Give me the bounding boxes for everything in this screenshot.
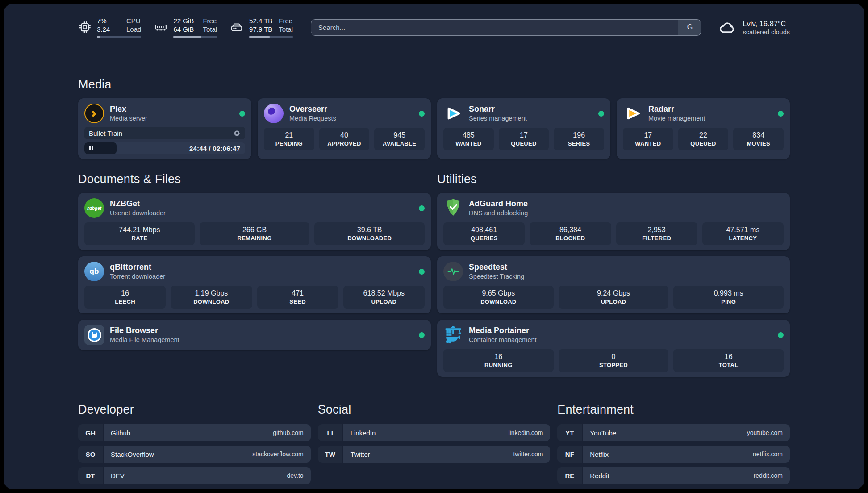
app-name: File Browser bbox=[110, 326, 179, 335]
section-title-entertainment: Entertainment bbox=[557, 403, 790, 417]
app-card-adguard-home[interactable]: AdGuard Home DNS and adblocking 498,461 … bbox=[437, 193, 790, 250]
status-online-dot bbox=[778, 332, 784, 338]
stat-label: LEECH bbox=[115, 298, 135, 305]
app-description: Speedtest Tracking bbox=[469, 273, 524, 280]
stat-tile-leech: 16 LEECH bbox=[84, 286, 166, 309]
bookmark-netflix[interactable]: NF Netflix netflix.com bbox=[557, 446, 790, 463]
bookmark-name: Netflix bbox=[590, 451, 609, 458]
search-input[interactable] bbox=[311, 20, 678, 35]
stat-tile-latency: 47.571 ms LATENCY bbox=[702, 222, 784, 245]
stat-tile-stopped: 0 STOPPED bbox=[559, 349, 669, 372]
app-description: DNS and adblocking bbox=[469, 209, 528, 217]
bookmark-abbr: TW bbox=[318, 446, 342, 463]
stat-value: 21 bbox=[285, 131, 293, 139]
stat-tile-queued: 17 QUEUED bbox=[499, 128, 549, 150]
bookmark-abbr: YT bbox=[557, 424, 582, 441]
stat-value: 9.24 Gbps bbox=[597, 289, 630, 297]
app-card-qbittorrent[interactable]: qb qBittorrent Torrent downloader 16 LEE… bbox=[78, 256, 431, 313]
stat-value: 0.993 ms bbox=[714, 289, 743, 297]
app-description: Series management bbox=[469, 115, 527, 122]
app-description: Movie management bbox=[648, 115, 705, 122]
section-title-utilities: Utilities bbox=[437, 172, 790, 186]
speedtest-icon bbox=[443, 262, 463, 281]
stat-label: RUNNING bbox=[484, 362, 513, 368]
stat-label-line1: Free bbox=[279, 17, 293, 25]
now-playing-bar[interactable]: Bullet Train bbox=[84, 127, 245, 139]
system-stat-disk: 52.4 TB97.9 TB FreeTotal bbox=[230, 17, 293, 38]
stat-value: 945 bbox=[393, 131, 405, 139]
playback-progress-bar[interactable]: 24:44 / 02:06:47 bbox=[84, 142, 245, 154]
bookmark-name: LinkedIn bbox=[351, 429, 376, 437]
stat-label: SEED bbox=[289, 298, 306, 305]
stat-value: 22 bbox=[699, 131, 707, 139]
stat-value-line1: 52.4 TB bbox=[249, 17, 272, 25]
app-description: Torrent downloader bbox=[110, 273, 165, 280]
stat-label: WANTED bbox=[455, 140, 481, 147]
bookmark-name: Twitter bbox=[351, 451, 370, 458]
stat-tile-remaining: 266 GB REMAINING bbox=[200, 222, 310, 245]
app-card-file-browser[interactable]: File Browser Media File Management bbox=[78, 320, 431, 350]
link-group-developer: Developer GH Github github.com SO StackO… bbox=[78, 403, 311, 484]
stat-tile-blocked: 86,384 BLOCKED bbox=[530, 222, 611, 245]
stat-label: QUEUED bbox=[690, 140, 716, 147]
stat-label: APPROVED bbox=[327, 140, 361, 147]
app-card-plex[interactable]: Plex Media server Bullet Train 24:44 / 0… bbox=[78, 98, 251, 159]
stat-tile-queued: 22 QUEUED bbox=[678, 128, 729, 150]
stat-label-line2: Total bbox=[203, 25, 217, 33]
system-stat-cpu: 7%3.24 CPULoad bbox=[78, 17, 141, 38]
bookmark-twitter[interactable]: TW Twitter twitter.com bbox=[318, 446, 551, 463]
ram-icon bbox=[154, 21, 168, 34]
usage-progress-bar bbox=[173, 36, 217, 38]
stat-value: 39.6 TB bbox=[357, 226, 382, 234]
bookmark-reddit[interactable]: RE Reddit reddit.com bbox=[557, 467, 790, 484]
dashboard: 7%3.24 CPULoad 22 GiB64 GiB FreeTotal bbox=[4, 4, 864, 489]
gear-icon[interactable] bbox=[233, 130, 241, 137]
bookmark-name: Reddit bbox=[590, 472, 609, 480]
usage-progress-bar bbox=[97, 36, 141, 38]
pause-icon[interactable] bbox=[89, 144, 95, 152]
stat-tile-upload: 9.24 Gbps UPLOAD bbox=[559, 286, 669, 309]
stat-tile-available: 945 AVAILABLE bbox=[374, 128, 425, 150]
search-bar[interactable]: G bbox=[311, 19, 701, 36]
weather-condition: scattered clouds bbox=[743, 29, 790, 36]
app-card-nzbget[interactable]: nzbget NZBGet Usenet downloader 744.21 M… bbox=[78, 193, 431, 250]
stat-value-line2: 97.9 TB bbox=[249, 25, 272, 33]
stat-value: 17 bbox=[644, 131, 652, 139]
stat-value: 47.571 ms bbox=[726, 226, 760, 234]
link-group-social: Social LI LinkedIn linkedin.com TW Twitt… bbox=[318, 403, 551, 484]
app-card-radarr[interactable]: Radarr Movie management 17 WANTED 22 QUE… bbox=[617, 98, 790, 159]
bookmark-stackoverflow[interactable]: SO StackOverflow stackoverflow.com bbox=[78, 446, 311, 463]
app-card-speedtest[interactable]: Speedtest Speedtest Tracking 9.65 Gbps D… bbox=[437, 256, 790, 313]
stat-label: STOPPED bbox=[599, 362, 628, 368]
bookmark-github[interactable]: GH Github github.com bbox=[78, 424, 311, 441]
app-name: Media Portainer bbox=[469, 326, 537, 335]
app-card-media-portainer[interactable]: Media Portainer Container management 16 … bbox=[437, 320, 790, 377]
stat-tile-download: 1.19 Gbps DOWNLOAD bbox=[171, 286, 252, 309]
stat-value-line1: 7% bbox=[97, 17, 120, 25]
stat-label: TOTAL bbox=[719, 362, 739, 368]
search-engine-button[interactable]: G bbox=[678, 20, 701, 35]
stat-value: 16 bbox=[494, 353, 502, 361]
bookmark-youtube[interactable]: YT YouTube youtube.com bbox=[557, 424, 790, 441]
nzbget-icon: nzbget bbox=[84, 198, 104, 218]
app-description: Media File Management bbox=[110, 336, 179, 344]
status-online-dot bbox=[419, 269, 425, 275]
bookmark-abbr: NF bbox=[557, 446, 582, 463]
stat-value: 2,953 bbox=[648, 226, 666, 234]
app-card-sonarr[interactable]: Sonarr Series management 485 WANTED 17 Q… bbox=[437, 98, 610, 159]
bookmark-abbr: DT bbox=[78, 467, 103, 484]
app-name: Radarr bbox=[648, 104, 705, 114]
stat-value: 485 bbox=[463, 131, 475, 139]
stat-label-line2: Total bbox=[279, 25, 293, 33]
bookmark-groups: Developer GH Github github.com SO StackO… bbox=[78, 403, 790, 484]
usage-progress-bar bbox=[249, 36, 293, 38]
bookmark-linkedin[interactable]: LI LinkedIn linkedin.com bbox=[318, 424, 551, 441]
bookmark-url: twitter.com bbox=[513, 451, 543, 458]
app-card-overseerr[interactable]: Overseerr Media Requests 21 PENDING 40 A… bbox=[258, 98, 431, 159]
bookmark-dev[interactable]: DT DEV dev.to bbox=[78, 467, 311, 484]
stat-tile-movies: 834 MOVIES bbox=[733, 128, 784, 150]
stat-label: REMAINING bbox=[237, 235, 271, 242]
stat-tile-rate: 744.21 Mbps RATE bbox=[84, 222, 195, 245]
app-name: NZBGet bbox=[110, 199, 166, 209]
playback-time: 24:44 / 02:06:47 bbox=[189, 142, 240, 154]
